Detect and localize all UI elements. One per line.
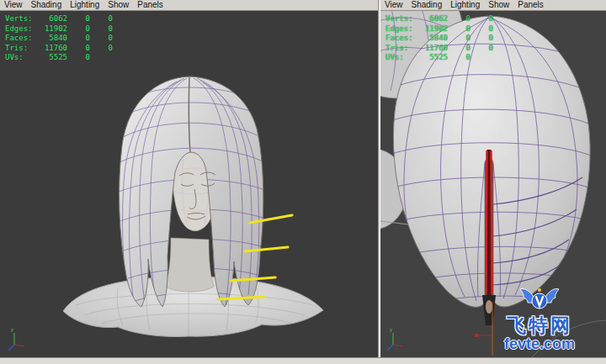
scene-hair-back-closeup: y [380,11,606,357]
panel-menubar-left: View Shading Lighting Show Panels [0,0,378,11]
selected-edge-red [486,150,492,295]
neck-mesh [165,238,214,292]
bottom-ui-strip [0,357,606,364]
background-curve [532,320,606,357]
viewport-right[interactable]: Verts: 6062 0 0 Edges: 11902 0 0 Faces: … [380,11,606,357]
hud-row-faces: Faces: 5840 0 0 [5,34,113,44]
poly-count-hud-right: Verts: 6062 0 0 Edges: 11902 0 0 Faces: … [385,14,493,63]
menu-view[interactable]: View [385,0,403,10]
neck-skin-glimpse [486,300,492,314]
menu-show[interactable]: Show [108,0,129,10]
menu-shading[interactable]: Shading [412,0,443,10]
hud-row-edges: Edges: 11902 0 0 [385,24,493,34]
hud-row-uvs: UVs: 5525 0 [5,53,113,63]
panel-menubar-right: View Shading Lighting Show Panels [380,0,606,11]
menu-panels[interactable]: Panels [137,0,163,10]
menu-show[interactable]: Show [488,0,509,10]
svg-text:y: y [11,327,13,332]
poly-count-hud-left: Verts: 6062 0 0 Edges: 11902 0 0 Faces: … [5,14,113,63]
menu-lighting[interactable]: Lighting [70,0,99,10]
hud-row-uvs: UVs: 5525 0 [385,53,493,63]
panel-perspective-left: View Shading Lighting Show Panels Verts:… [0,0,378,357]
hud-row-verts: Verts: 6062 0 0 [5,14,113,24]
viewport-left[interactable]: Verts: 6062 0 0 Edges: 11902 0 0 Faces: … [0,11,378,357]
hud-row-edges: Edges: 11902 0 0 [5,24,113,34]
axis-gizmo-icon: y [387,327,403,351]
hud-row-faces: Faces: 5840 0 0 [385,34,493,44]
menu-view[interactable]: View [4,0,23,10]
menu-shading[interactable]: Shading [31,0,62,10]
maya-two-panel-view: View Shading Lighting Show Panels Verts:… [0,0,606,364]
scene-head-with-hair: y [0,11,378,357]
hud-row-tris: Tris: 11760 0 0 [385,44,493,54]
axis-gizmo-icon: y [8,327,24,351]
hud-row-tris: Tris: 11760 0 0 [5,44,113,54]
panel-perspective-right: View Shading Lighting Show Panels Verts:… [380,0,606,357]
hud-row-verts: Verts: 6062 0 0 [385,14,493,24]
menu-panels[interactable]: Panels [518,0,544,10]
svg-text:y: y [390,327,392,332]
menu-lighting[interactable]: Lighting [450,0,480,10]
